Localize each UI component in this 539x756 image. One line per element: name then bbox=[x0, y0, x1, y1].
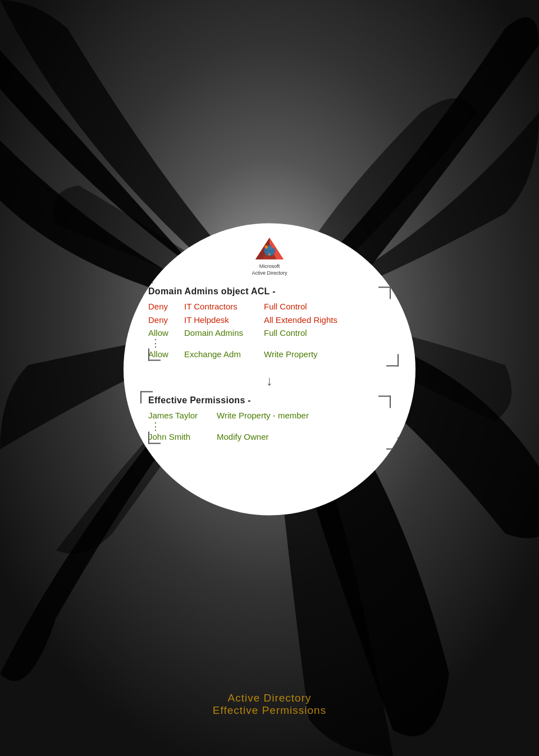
acl-row-1: Deny IT Contractors Full Control bbox=[148, 300, 391, 313]
acl-box: Domain Admins object ACL - Deny IT Contr… bbox=[140, 283, 399, 366]
bottom-title-line2: Effective Permissions bbox=[213, 704, 326, 717]
eff-row2-permission: Modify Owner bbox=[217, 431, 269, 444]
bottom-title-line1: Active Directory bbox=[213, 692, 326, 704]
ad-logo: Microsoft Active Directory bbox=[252, 236, 287, 276]
acl-row1-permission: Full Control bbox=[264, 300, 307, 313]
down-arrow-icon: ↓ bbox=[266, 373, 273, 389]
acl-row3-principal: Domain Admins bbox=[184, 326, 257, 339]
acl-ellipsis: ⋮ bbox=[148, 340, 391, 348]
acl-row-3: Allow Domain Admins Full Control bbox=[148, 326, 391, 339]
acl-row4-type: Allow bbox=[148, 348, 177, 361]
acl-title: Domain Admins object ACL - bbox=[148, 287, 391, 297]
acl-row2-principal: IT Helpdesk bbox=[184, 313, 257, 326]
acl-row1-type: Deny bbox=[148, 300, 177, 313]
acl-row2-type: Deny bbox=[148, 313, 177, 326]
acl-row3-permission: Full Control bbox=[264, 326, 307, 339]
acl-row1-principal: IT Contractors bbox=[184, 300, 257, 313]
eff-row-2: John Smith Modify Owner bbox=[148, 431, 391, 444]
svg-point-10 bbox=[271, 245, 274, 248]
bottom-title: Active Directory Effective Permissions bbox=[213, 692, 326, 717]
effective-inner-bracket: Effective Permissions - James Taylor Wri… bbox=[148, 395, 391, 444]
acl-inner-bracket: Domain Admins object ACL - Deny IT Contr… bbox=[148, 287, 391, 361]
ad-logo-text: Microsoft Active Directory bbox=[252, 263, 287, 276]
acl-row2-permission: All Extended Rights bbox=[264, 313, 337, 326]
acl-row4-permission: Write Property bbox=[264, 348, 318, 361]
svg-point-9 bbox=[264, 245, 268, 249]
eff-row1-permission: Write Property - member bbox=[217, 409, 309, 422]
ad-logo-icon bbox=[254, 236, 285, 263]
acl-row4-principal: Exchange Adm bbox=[184, 348, 257, 361]
center-circle: Microsoft Active Directory Domain Admins… bbox=[124, 223, 415, 515]
effective-box: Effective Permissions - James Taylor Wri… bbox=[140, 391, 399, 449]
acl-row-4: Allow Exchange Adm Write Property bbox=[148, 348, 391, 361]
eff-ellipsis: ⋮ bbox=[148, 422, 391, 430]
eff-row-1: James Taylor Write Property - member bbox=[148, 409, 391, 422]
svg-point-11 bbox=[268, 253, 271, 256]
acl-row-2: Deny IT Helpdesk All Extended Rights bbox=[148, 313, 391, 326]
effective-title: Effective Permissions - bbox=[148, 395, 391, 406]
eff-row2-principal: John Smith bbox=[148, 431, 210, 444]
